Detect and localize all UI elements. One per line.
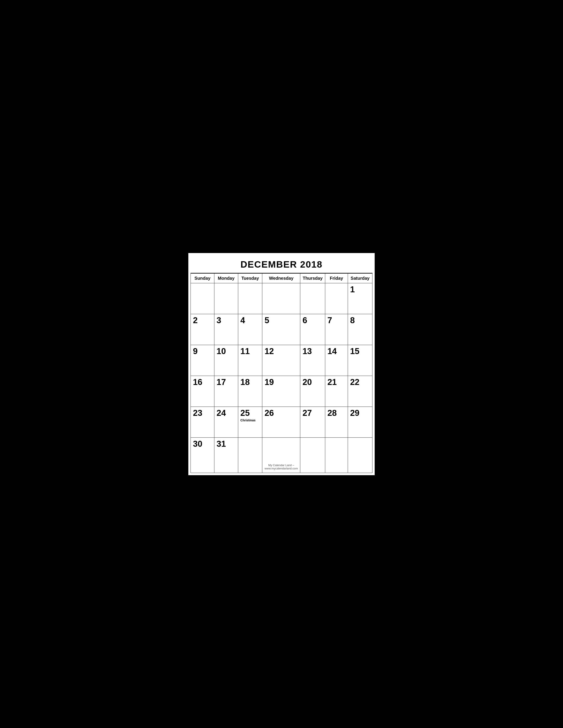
day-number: 23: [193, 409, 212, 418]
day-number: 8: [350, 316, 370, 325]
day-number: 22: [350, 378, 370, 387]
calendar-cell: 4: [238, 314, 262, 345]
day-number: 30: [193, 439, 212, 449]
calendar-cell: [300, 283, 325, 314]
calendar-cell: [214, 283, 238, 314]
day-number: 19: [264, 378, 298, 387]
day-number: 12: [264, 347, 298, 356]
calendar-cell: 20: [300, 376, 325, 407]
weekday-header-monday: Monday: [214, 273, 238, 283]
footer-text: My Calendar Land – www.mycalendarland.co…: [264, 462, 298, 471]
day-number: 5: [264, 316, 298, 325]
calendar-cell: 18: [238, 376, 262, 407]
calendar-title: DECEMBER 2018: [190, 255, 373, 273]
calendar-cell: 15: [348, 345, 372, 376]
calendar-week-row: 9101112131415: [191, 345, 373, 376]
weekday-header-sunday: Sunday: [191, 273, 214, 283]
calendar-cell: [238, 437, 262, 473]
day-number: 31: [216, 439, 236, 449]
day-number: 3: [216, 316, 236, 325]
day-number: 20: [303, 378, 323, 387]
calendar-cell: 7: [325, 314, 348, 345]
day-number: 14: [328, 347, 346, 356]
day-number: 9: [193, 347, 212, 356]
calendar-table: SundayMondayTuesdayWednesdayThursdayFrid…: [190, 273, 373, 473]
calendar-cell: 11: [238, 345, 262, 376]
weekday-header-saturday: Saturday: [348, 273, 372, 283]
day-number: 27: [303, 409, 323, 418]
weekday-header-tuesday: Tuesday: [238, 273, 262, 283]
day-number: 29: [350, 409, 370, 418]
day-number: 7: [328, 316, 346, 325]
calendar-cell: [238, 283, 262, 314]
calendar-week-row: 3031My Calendar Land – www.mycalendarlan…: [191, 437, 373, 473]
calendar-cell: 26: [262, 407, 300, 437]
calendar-cell: [262, 283, 300, 314]
day-number: 6: [303, 316, 323, 325]
day-number: 21: [328, 378, 346, 387]
day-number: 1: [350, 285, 370, 294]
day-number: 18: [240, 378, 260, 387]
day-number: 2: [193, 316, 212, 325]
calendar-week-row: 16171819202122: [191, 376, 373, 407]
weekday-header-thursday: Thursday: [300, 273, 325, 283]
calendar-cell: [300, 437, 325, 473]
calendar-cell: 10: [214, 345, 238, 376]
calendar-cell: 8: [348, 314, 372, 345]
calendar-cell: 9: [191, 345, 214, 376]
day-number: 25: [240, 409, 260, 418]
calendar-cell: 22: [348, 376, 372, 407]
calendar-week-row: 2345678: [191, 314, 373, 345]
calendar-cell: [325, 283, 348, 314]
calendar-cell: 2: [191, 314, 214, 345]
calendar-cell: 12: [262, 345, 300, 376]
day-number: 26: [264, 409, 298, 418]
calendar-page: DECEMBER 2018 SundayMondayTuesdayWednesd…: [188, 252, 375, 476]
weekday-header-row: SundayMondayTuesdayWednesdayThursdayFrid…: [191, 273, 373, 283]
calendar-cell: 27: [300, 407, 325, 437]
calendar-week-row: 232425Christmas26272829: [191, 407, 373, 437]
calendar-cell: 30: [191, 437, 214, 473]
calendar-cell: 24: [214, 407, 238, 437]
calendar-cell: 17: [214, 376, 238, 407]
calendar-cell: 29: [348, 407, 372, 437]
calendar-cell: 5: [262, 314, 300, 345]
day-number: 11: [240, 347, 260, 356]
day-number: 17: [216, 378, 236, 387]
day-number: 24: [216, 409, 236, 418]
calendar-cell: [325, 437, 348, 473]
calendar-cell: My Calendar Land – www.mycalendarland.co…: [262, 437, 300, 473]
calendar-cell: [191, 283, 214, 314]
calendar-cell: 6: [300, 314, 325, 345]
calendar-cell: 16: [191, 376, 214, 407]
weekday-header-friday: Friday: [325, 273, 348, 283]
day-number: 15: [350, 347, 370, 356]
day-number: 16: [193, 378, 212, 387]
calendar-cell: 1: [348, 283, 372, 314]
calendar-cell: 21: [325, 376, 348, 407]
day-number: 10: [216, 347, 236, 356]
calendar-cell: 3: [214, 314, 238, 345]
calendar-cell: 19: [262, 376, 300, 407]
weekday-header-wednesday: Wednesday: [262, 273, 300, 283]
calendar-cell: 25Christmas: [238, 407, 262, 437]
day-event: Christmas: [240, 418, 260, 422]
day-number: 28: [328, 409, 346, 418]
calendar-cell: 14: [325, 345, 348, 376]
day-number: 4: [240, 316, 260, 325]
calendar-cell: 13: [300, 345, 325, 376]
calendar-cell: [348, 437, 372, 473]
calendar-week-row: 1: [191, 283, 373, 314]
calendar-cell: 23: [191, 407, 214, 437]
calendar-cell: 28: [325, 407, 348, 437]
calendar-cell: 31: [214, 437, 238, 473]
day-number: 13: [303, 347, 323, 356]
